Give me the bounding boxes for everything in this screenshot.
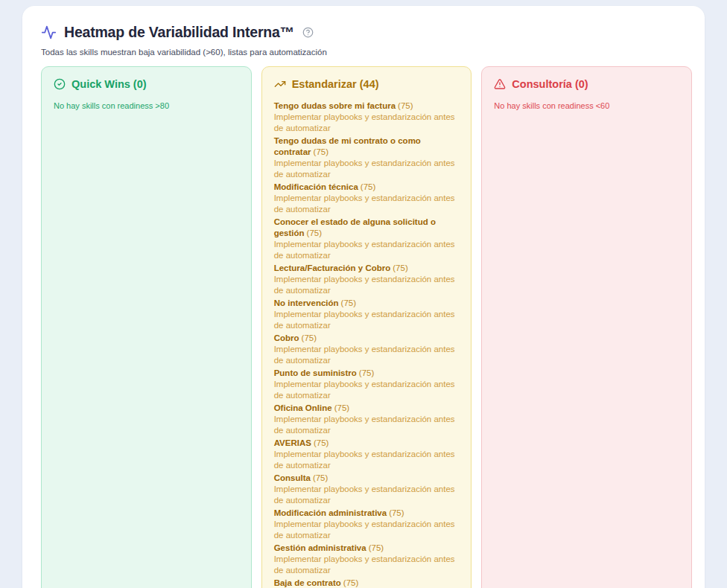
skill-recommendation: Implementar playbooks y estandarización … <box>274 449 460 471</box>
skill-readiness-score: 75 <box>314 438 328 447</box>
skill-name: Oficina Online <box>274 403 332 412</box>
card-header: Heatmap de Variabilidad Interna™ <box>41 24 692 41</box>
page-subtitle: Todas las skills muestran baja variabili… <box>41 48 692 57</box>
consultoria-title: Consultoría (0) <box>512 77 588 91</box>
estandarizar-column: Estandarizar (44) Tengo dudas sobre mi f… <box>261 66 472 588</box>
quick-wins-column: Quick Wins (0) No hay skills con readine… <box>41 66 252 588</box>
skill-item: Tengo dudas de mi contrato o como contra… <box>274 135 460 180</box>
skill-item: Punto de suministro75 Implementar playbo… <box>274 368 460 401</box>
skill-recommendation: Implementar playbooks y estandarización … <box>274 519 460 541</box>
skill-list: Tengo dudas sobre mi factura75 Implement… <box>274 100 460 588</box>
skill-readiness-score: 75 <box>369 543 384 552</box>
skill-name: No intervención <box>274 298 339 307</box>
skill-name: Modificación administrativa <box>274 508 387 517</box>
estandarizar-header: Estandarizar (44) <box>274 77 460 91</box>
skill-item: Lectura/Facturación y Cobro75 Implementa… <box>274 263 460 296</box>
skill-readiness-score: 75 <box>343 578 358 587</box>
skill-recommendation: Implementar playbooks y estandarización … <box>274 484 460 506</box>
skill-readiness-score: 75 <box>389 508 404 517</box>
skill-readiness-score: 75 <box>359 368 374 377</box>
skill-readiness-score: 75 <box>314 147 328 156</box>
skill-item: Consulta75 Implementar playbooks y estan… <box>274 473 460 506</box>
skill-name: Gestión administrativa <box>274 543 366 552</box>
heatmap-card: Heatmap de Variabilidad Interna™ Todas l… <box>22 6 705 588</box>
skill-name: Consulta <box>274 473 311 482</box>
skill-item: Modificación técnica75 Implementar playb… <box>274 182 460 215</box>
skill-item: Tengo dudas sobre mi factura75 Implement… <box>274 100 460 134</box>
skill-name: Punto de suministro <box>274 368 357 377</box>
skill-recommendation: Implementar playbooks y estandarización … <box>274 112 460 134</box>
activity-pulse-icon <box>41 25 57 40</box>
skill-item: Modificación administrativa75 Implementa… <box>274 508 460 541</box>
skill-recommendation: Implementar playbooks y estandarización … <box>274 414 460 436</box>
skill-name: Tengo dudas sobre mi factura <box>274 101 396 110</box>
skill-readiness-score: 75 <box>302 333 317 342</box>
skill-readiness-score: 75 <box>334 403 349 412</box>
skill-readiness-score: 75 <box>398 101 413 110</box>
skill-item: AVERIAS75 Implementar playbooks y estand… <box>274 438 460 471</box>
estandarizar-title: Estandarizar (44) <box>292 77 379 91</box>
skill-name: Baja de contrato <box>274 578 341 587</box>
skill-readiness-score: 75 <box>313 473 328 482</box>
skill-readiness-score: 75 <box>393 263 407 272</box>
skill-readiness-score: 75 <box>361 182 375 191</box>
skill-name: Conocer el estado de alguna solicitud o … <box>274 217 436 237</box>
skill-name: Cobro <box>274 333 299 342</box>
heatmap-columns: Quick Wins (0) No hay skills con readine… <box>41 66 692 588</box>
skill-recommendation: Implementar playbooks y estandarización … <box>274 274 460 296</box>
quick-wins-header: Quick Wins (0) <box>54 77 239 91</box>
skill-recommendation: Implementar playbooks y estandarización … <box>274 158 460 180</box>
skill-item: No intervención75 Implementar playbooks … <box>274 298 460 331</box>
trending-up-icon <box>274 78 286 90</box>
page-title: Heatmap de Variabilidad Interna™ <box>64 24 294 41</box>
skill-name: AVERIAS <box>274 438 311 447</box>
consultoria-empty-message: No hay skills con readiness <60 <box>494 100 679 112</box>
skill-item: Cobro75 Implementar playbooks y estandar… <box>274 333 460 366</box>
quick-wins-empty-message: No hay skills con readiness >80 <box>54 100 239 112</box>
skill-item: Conocer el estado de alguna solicitud o … <box>274 217 460 261</box>
consultoria-header: Consultoría (0) <box>494 77 679 91</box>
skill-recommendation: Implementar playbooks y estandarización … <box>274 239 460 261</box>
skill-readiness-score: 75 <box>341 298 356 307</box>
skill-item: Gestión administrativa75 Implementar pla… <box>274 543 460 576</box>
skill-recommendation: Implementar playbooks y estandarización … <box>274 309 460 331</box>
quick-wins-title: Quick Wins (0) <box>72 77 147 91</box>
skill-recommendation: Implementar playbooks y estandarización … <box>274 554 460 576</box>
skill-name: Tengo dudas de mi contrato o como contra… <box>274 136 421 156</box>
skill-name: Lectura/Facturación y Cobro <box>274 263 391 272</box>
check-circle-icon <box>54 78 66 90</box>
skill-item: Oficina Online75 Implementar playbooks y… <box>274 403 460 436</box>
skill-recommendation: Implementar playbooks y estandarización … <box>274 379 460 401</box>
help-circle-icon[interactable] <box>302 27 314 38</box>
skill-recommendation: Implementar playbooks y estandarización … <box>274 193 460 215</box>
consultoria-column: Consultoría (0) No hay skills con readin… <box>481 66 692 588</box>
skill-item: Baja de contrato75 Implementar playbooks… <box>274 578 460 588</box>
skill-recommendation: Implementar playbooks y estandarización … <box>274 344 460 366</box>
skill-name: Modificación técnica <box>274 182 358 191</box>
skill-readiness-score: 75 <box>307 229 322 237</box>
alert-triangle-icon <box>494 78 506 90</box>
